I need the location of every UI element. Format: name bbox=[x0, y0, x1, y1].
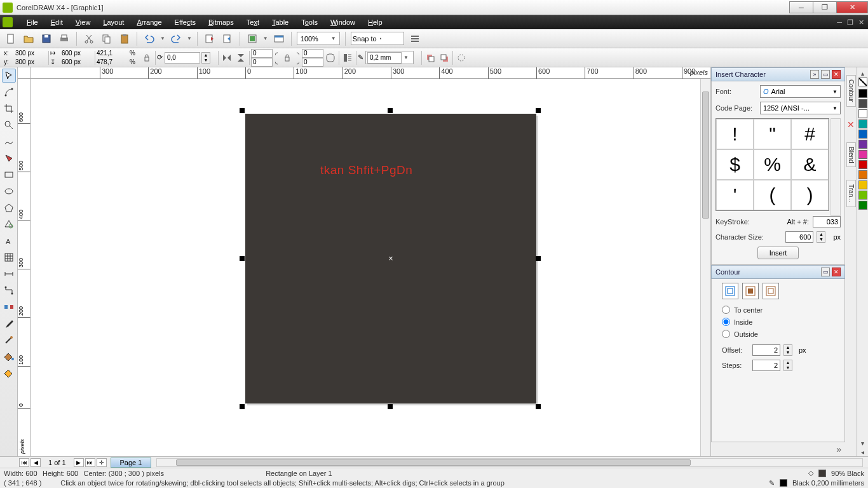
outside-radio[interactable]: Outside bbox=[722, 330, 841, 338]
polygon-tool[interactable] bbox=[2, 201, 16, 215]
menu-file[interactable]: File bbox=[20, 15, 44, 29]
offset-input[interactable] bbox=[752, 344, 780, 356]
smart-fill-tool[interactable] bbox=[2, 151, 16, 165]
menu-view[interactable]: View bbox=[69, 15, 97, 29]
color-swatch[interactable] bbox=[858, 130, 867, 139]
character-cell[interactable]: # bbox=[791, 119, 829, 149]
redo-caret-icon[interactable]: ▼ bbox=[187, 36, 192, 41]
import-button[interactable] bbox=[203, 32, 217, 46]
zoom-input[interactable] bbox=[299, 35, 329, 43]
color-swatch[interactable] bbox=[858, 180, 867, 189]
menu-arrange[interactable]: Arrange bbox=[130, 15, 168, 29]
corner-tr-input[interactable] bbox=[302, 49, 323, 58]
menu-effects[interactable]: Effects bbox=[168, 15, 202, 29]
horizontal-scrollbar[interactable] bbox=[156, 458, 863, 467]
maximize-button[interactable]: ❐ bbox=[813, 1, 837, 13]
open-button[interactable] bbox=[22, 32, 36, 46]
character-cell[interactable]: $ bbox=[716, 149, 754, 180]
new-button[interactable] bbox=[4, 32, 18, 46]
vertical-scrollbar[interactable] bbox=[700, 79, 710, 456]
selected-rectangle[interactable]: tkan Shfit+PgDn × bbox=[245, 114, 536, 403]
zoom-tool[interactable] bbox=[2, 118, 16, 132]
next-page-button[interactable]: ▶ bbox=[74, 458, 84, 467]
eyedropper-tool[interactable] bbox=[2, 316, 16, 330]
character-cell[interactable]: ! bbox=[716, 119, 754, 149]
lock-ratio-button[interactable] bbox=[140, 51, 154, 65]
crop-tool[interactable] bbox=[2, 102, 16, 116]
shape-tool[interactable] bbox=[2, 85, 16, 99]
convert-curves-button[interactable] bbox=[454, 51, 468, 65]
drawing-canvas[interactable]: tkan Shfit+PgDn × bbox=[31, 79, 710, 456]
color-swatch[interactable] bbox=[858, 119, 867, 128]
menu-window[interactable]: Window bbox=[324, 15, 362, 29]
menu-table[interactable]: Table bbox=[266, 15, 295, 29]
pick-tool[interactable] bbox=[2, 69, 16, 83]
fill-indicator-icon[interactable]: ◇ bbox=[808, 469, 813, 477]
character-cell[interactable]: % bbox=[754, 149, 791, 180]
color-swatch[interactable] bbox=[858, 99, 867, 108]
character-cell[interactable]: ( bbox=[754, 180, 791, 210]
color-swatch[interactable] bbox=[858, 201, 867, 210]
prev-page-button[interactable]: ◀ bbox=[31, 458, 41, 467]
fill-tool[interactable] bbox=[2, 349, 16, 363]
scroll-thumb[interactable] bbox=[702, 92, 709, 219]
x-input[interactable] bbox=[15, 50, 47, 57]
color-swatch[interactable] bbox=[858, 150, 867, 159]
last-page-button[interactable]: ⏭ bbox=[85, 458, 95, 467]
menu-tools[interactable]: Tools bbox=[295, 15, 324, 29]
color-swatch[interactable] bbox=[858, 170, 867, 179]
menu-edit[interactable]: Edit bbox=[44, 15, 69, 29]
selection-handle-mr[interactable] bbox=[536, 256, 541, 261]
zoom-dropdown[interactable]: ▼ bbox=[297, 32, 340, 45]
docker-min-icon[interactable]: ▭ bbox=[821, 268, 830, 276]
color-swatch[interactable] bbox=[858, 191, 867, 200]
welcome-button[interactable] bbox=[272, 32, 286, 46]
export-button[interactable] bbox=[220, 32, 234, 46]
selection-handle-tr[interactable] bbox=[536, 108, 541, 113]
corner-lock-button[interactable] bbox=[280, 51, 294, 65]
freehand-tool[interactable] bbox=[2, 135, 16, 149]
wrap-text-button[interactable] bbox=[341, 51, 355, 65]
tab-transparency[interactable]: Tran... bbox=[846, 180, 856, 207]
docker-min-icon[interactable]: ▭ bbox=[821, 70, 830, 79]
contour-center-icon[interactable] bbox=[722, 283, 738, 299]
tab-contour[interactable]: Contour bbox=[846, 75, 856, 107]
selection-handle-bl[interactable] bbox=[240, 404, 245, 409]
copy-button[interactable] bbox=[100, 32, 114, 46]
scale-x-input[interactable] bbox=[97, 50, 128, 57]
steps-input[interactable] bbox=[752, 360, 780, 371]
interactive-blend-tool[interactable] bbox=[2, 300, 16, 314]
character-cell[interactable]: ' bbox=[716, 180, 754, 210]
selection-handle-ml[interactable] bbox=[240, 256, 245, 261]
menu-text[interactable]: Text bbox=[240, 15, 266, 29]
docker-expand-icon[interactable]: » bbox=[836, 444, 841, 454]
docker-expand-icon[interactable]: » bbox=[810, 70, 819, 79]
selection-handle-bm[interactable] bbox=[388, 404, 393, 409]
outline-swatch[interactable] bbox=[780, 479, 787, 487]
palette-expand-icon[interactable]: ◂ bbox=[861, 447, 864, 456]
palette-down-icon[interactable]: ▾ bbox=[861, 438, 864, 447]
first-page-button[interactable]: ⏮ bbox=[19, 458, 29, 467]
options-button[interactable] bbox=[408, 32, 422, 46]
menu-bitmaps[interactable]: Bitmaps bbox=[202, 15, 240, 29]
charsize-spinner[interactable]: ▲▼ bbox=[817, 231, 825, 243]
outline-width-input[interactable] bbox=[367, 52, 402, 64]
no-fill-swatch[interactable] bbox=[858, 78, 867, 86]
color-swatch[interactable] bbox=[858, 89, 867, 98]
text-tool[interactable]: A bbox=[2, 234, 16, 248]
codepage-dropdown[interactable]: 1252 (ANSI -...▼ bbox=[760, 102, 841, 114]
scale-y-input[interactable] bbox=[97, 58, 128, 65]
selection-handle-br[interactable] bbox=[536, 404, 541, 409]
character-cell[interactable]: ) bbox=[791, 180, 829, 210]
snap-dropdown[interactable]: Snap to ▪ bbox=[351, 32, 404, 45]
menu-layout[interactable]: Layout bbox=[97, 15, 130, 29]
selection-handle-tm[interactable] bbox=[388, 108, 393, 113]
contour-inside-icon[interactable] bbox=[742, 283, 759, 299]
connector-tool[interactable] bbox=[2, 283, 16, 297]
undo-caret-icon[interactable]: ▼ bbox=[160, 36, 165, 41]
insert-character-header[interactable]: Insert Character »▭✕ bbox=[711, 67, 845, 81]
corner-tl-input[interactable] bbox=[251, 49, 273, 58]
page-tab[interactable]: Page 1 bbox=[111, 458, 152, 468]
scroll-thumb[interactable] bbox=[176, 459, 691, 466]
to-center-radio[interactable]: To center bbox=[722, 306, 841, 314]
